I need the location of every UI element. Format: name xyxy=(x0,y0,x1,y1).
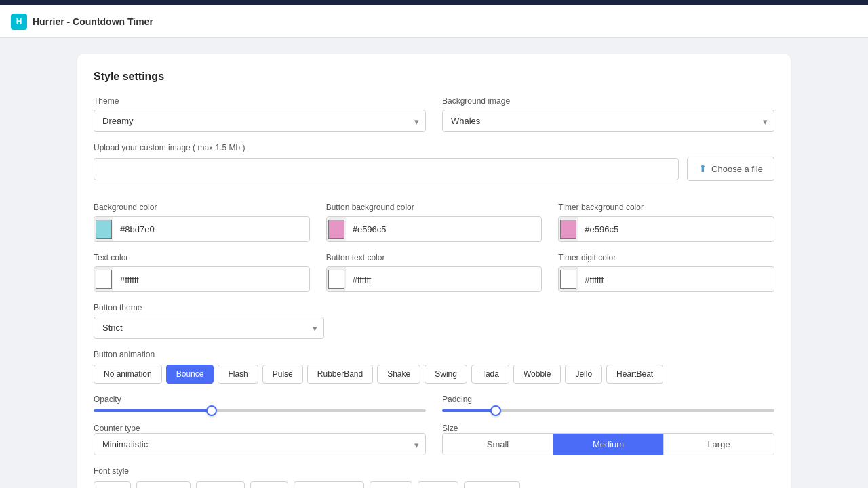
timer-digit-color-label: Timer digit color xyxy=(558,253,774,262)
text-color-label: Text color xyxy=(94,253,310,262)
size-large[interactable]: Large xyxy=(664,434,774,455)
btn-text-color-label: Button text color xyxy=(326,253,542,262)
anim-flash[interactable]: Flash xyxy=(218,365,258,384)
size-button-group: Small Medium Large xyxy=(442,433,774,455)
card-title: Style settings xyxy=(94,70,774,83)
theme-row: Theme Dreamy Classic Modern Dark Backgro… xyxy=(94,96,774,132)
timer-bg-color-group: Timer background color xyxy=(558,203,774,242)
bg-color-group: Background color xyxy=(94,203,310,242)
top-bar xyxy=(0,0,868,5)
button-theme-label: Button theme xyxy=(94,303,774,312)
nav-bar: H Hurrier - Countdown Timer xyxy=(0,5,868,38)
color-row-2: Text color Button text color Timer digit… xyxy=(94,253,774,292)
text-color-wrapper xyxy=(94,266,310,292)
font-raleway[interactable]: Raleway xyxy=(136,481,191,488)
opacity-group: Opacity xyxy=(94,394,426,412)
counter-type-select-wrapper: Minimalistic Flip Classic Circle xyxy=(94,433,426,455)
anim-jello[interactable]: Jello xyxy=(565,365,602,384)
theme-label: Theme xyxy=(94,96,426,106)
timer-digit-color-wrapper xyxy=(558,266,774,292)
counter-type-select[interactable]: Minimalistic Flip Classic Circle xyxy=(94,433,426,455)
anim-swing[interactable]: Swing xyxy=(425,365,467,384)
size-col: Size Small Medium Large xyxy=(442,423,774,455)
upload-group: Upload your custom image ( max 1.5 Mb ) … xyxy=(94,143,774,192)
timer-bg-color-swatch[interactable] xyxy=(559,217,578,241)
anim-tada[interactable]: Tada xyxy=(471,365,509,384)
bg-image-label: Background image xyxy=(442,96,774,106)
theme-select-wrapper: Dreamy Classic Modern Dark xyxy=(94,110,426,132)
anim-rubberband[interactable]: RubberBand xyxy=(307,365,373,384)
btn-bg-color-text[interactable] xyxy=(346,219,542,240)
font-abel[interactable]: Abel xyxy=(250,481,288,488)
padding-slider[interactable] xyxy=(442,409,774,412)
upload-icon: ⬆ xyxy=(698,163,707,175)
opacity-slider[interactable] xyxy=(94,409,426,412)
theme-group: Theme Dreamy Classic Modern Dark xyxy=(94,96,426,132)
bg-image-select-wrapper: Whales Mountains Ocean Forest xyxy=(442,110,774,132)
bg-color-wrapper xyxy=(94,216,310,242)
font-row-1: Lato Raleway Roboto Abel Abril Fatface A… xyxy=(94,481,774,488)
settings-card: Style settings Theme Dreamy Classic Mode… xyxy=(77,54,791,488)
theme-select[interactable]: Dreamy Classic Modern Dark xyxy=(94,110,426,132)
font-roboto[interactable]: Roboto xyxy=(196,481,245,488)
btn-text-color-swatch[interactable] xyxy=(327,267,346,291)
text-color-text[interactable] xyxy=(113,269,309,290)
color-row-1: Background color Button background color… xyxy=(94,203,774,242)
upload-text-input[interactable] xyxy=(94,158,679,180)
button-theme-group: Button theme Strict Rounded Pill Sharp xyxy=(94,303,774,339)
anim-bounce[interactable]: Bounce xyxy=(166,365,214,384)
timer-bg-color-text[interactable] xyxy=(578,219,774,240)
size-medium[interactable]: Medium xyxy=(553,434,664,455)
anim-no-animation[interactable]: No animation xyxy=(94,365,162,384)
timer-digit-color-swatch[interactable] xyxy=(559,267,578,291)
logo-icon: H xyxy=(11,14,27,30)
choose-file-label: Choose a file xyxy=(711,164,763,174)
font-style-section: Font style Lato Raleway Roboto Abel Abri… xyxy=(94,466,774,488)
choose-file-button[interactable]: ⬆ Choose a file xyxy=(687,157,774,181)
font-style-label: Font style xyxy=(94,466,774,476)
font-acme[interactable]: Acme xyxy=(370,481,412,488)
font-bree[interactable]: Bree Serif xyxy=(464,481,520,488)
nav-title: Hurrier - Countdown Timer xyxy=(33,16,153,27)
anim-wobble[interactable]: Wobble xyxy=(513,365,561,384)
button-theme-select-wrapper: Strict Rounded Pill Sharp xyxy=(94,317,324,339)
anim-pulse[interactable]: Pulse xyxy=(262,365,303,384)
anim-heartbeat[interactable]: HeartBeat xyxy=(606,365,663,384)
bg-image-select[interactable]: Whales Mountains Ocean Forest xyxy=(442,110,774,132)
counter-type-col: Counter type Minimalistic Flip Classic C… xyxy=(94,423,426,455)
text-color-group: Text color xyxy=(94,253,310,292)
counter-size-row: Counter type Minimalistic Flip Classic C… xyxy=(94,423,774,455)
btn-text-color-wrapper xyxy=(326,266,542,292)
padding-group: Padding xyxy=(442,394,774,412)
font-abril[interactable]: Abril Fatface xyxy=(294,481,364,488)
padding-label: Padding xyxy=(442,394,774,404)
timer-bg-color-wrapper xyxy=(558,216,774,242)
font-bitter[interactable]: Bitter xyxy=(418,481,458,488)
text-color-swatch[interactable] xyxy=(94,267,113,291)
main-content: Style settings Theme Dreamy Classic Mode… xyxy=(61,38,807,488)
size-small[interactable]: Small xyxy=(443,434,553,455)
button-animation-label: Button animation xyxy=(94,350,774,359)
button-animation-section: Button animation No animation Bounce Fla… xyxy=(94,350,774,384)
timer-digit-color-group: Timer digit color xyxy=(558,253,774,292)
anim-shake[interactable]: Shake xyxy=(377,365,420,384)
bg-color-text[interactable] xyxy=(113,219,309,240)
btn-bg-color-group: Button background color xyxy=(326,203,542,242)
timer-digit-color-text[interactable] xyxy=(578,269,774,290)
btn-bg-color-label: Button background color xyxy=(326,203,542,212)
font-lato[interactable]: Lato xyxy=(94,481,131,488)
button-animation-group: No animation Bounce Flash Pulse RubberBa… xyxy=(94,365,774,384)
timer-bg-color-label: Timer background color xyxy=(558,203,774,212)
btn-bg-color-swatch[interactable] xyxy=(327,217,346,241)
btn-text-color-text[interactable] xyxy=(346,269,542,290)
bg-color-label: Background color xyxy=(94,203,310,212)
button-theme-select[interactable]: Strict Rounded Pill Sharp xyxy=(94,317,324,339)
upload-label: Upload your custom image ( max 1.5 Mb ) xyxy=(94,143,774,152)
bg-color-swatch[interactable] xyxy=(94,217,113,241)
size-label: Size xyxy=(442,424,458,433)
opacity-label: Opacity xyxy=(94,394,426,404)
nav-logo: H Hurrier - Countdown Timer xyxy=(11,14,153,30)
bg-image-group: Background image Whales Mountains Ocean … xyxy=(442,96,774,132)
btn-bg-color-wrapper xyxy=(326,216,542,242)
btn-text-color-group: Button text color xyxy=(326,253,542,292)
